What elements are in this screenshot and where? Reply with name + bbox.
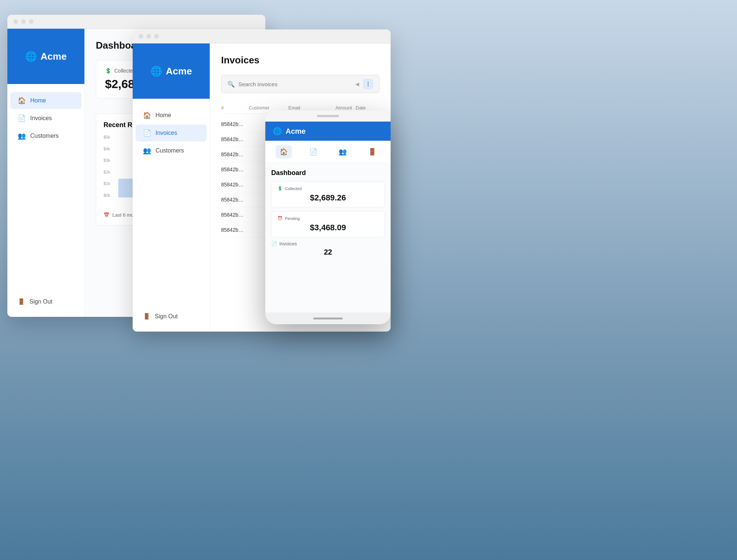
sidebar-nav: 🏠 Home 📄 Invoices 👥 Customers bbox=[7, 84, 84, 294]
home-icon-2: 🏠 bbox=[143, 111, 151, 119]
mobile-nav-signout[interactable]: 🚪 bbox=[364, 145, 380, 158]
row-id: 85842ba0... bbox=[221, 167, 245, 172]
invoices-icon: 📄 bbox=[18, 114, 26, 122]
close-button[interactable] bbox=[13, 19, 18, 24]
mobile-globe-icon: 🌐 bbox=[273, 127, 282, 136]
row-id: 85842ba0... bbox=[221, 182, 245, 188]
app-name-2: Acme bbox=[166, 66, 192, 77]
customers-icon: 👥 bbox=[18, 132, 26, 140]
invoices-sidebar-invoices[interactable]: 📄 Invoices bbox=[136, 125, 207, 141]
sidebar-item-customers[interactable]: 👥 Customers bbox=[10, 127, 81, 144]
signout-icon: 🚪 bbox=[18, 298, 25, 305]
row-id: 85842ba0... bbox=[221, 121, 245, 127]
col-customer: Customer bbox=[249, 105, 285, 111]
col-email: Email bbox=[289, 105, 325, 111]
invoices-sidebar: 🌐 Acme 🏠 Home 📄 Invoices 👥 Customers � bbox=[133, 43, 210, 332]
row-id: 85842ba0... bbox=[221, 136, 245, 142]
maximize-button[interactable] bbox=[29, 19, 34, 24]
mobile-collected-value: $2,689.26 bbox=[277, 193, 378, 203]
mobile-bottom-bar bbox=[265, 312, 391, 324]
minimize-button[interactable] bbox=[21, 19, 26, 24]
app-name: Acme bbox=[41, 51, 67, 62]
globe-icon: 🌐 bbox=[25, 51, 37, 62]
mobile-window: 🌐 Acme 🏠 📄 👥 🚪 Dashboard 💲 Collected $2,… bbox=[265, 111, 391, 324]
invoices-title: Invoices bbox=[221, 55, 380, 66]
mobile-collected-card: 💲 Collected $2,689.26 bbox=[271, 181, 385, 207]
home-icon: 🏠 bbox=[18, 97, 26, 105]
mobile-titlebar bbox=[265, 111, 391, 122]
mobile-nav-customers[interactable]: 👥 bbox=[335, 145, 351, 158]
mobile-home-indicator bbox=[313, 318, 343, 319]
mobile-app-name: Acme bbox=[286, 127, 305, 136]
mobile-nav-home[interactable]: 🏠 bbox=[276, 145, 292, 158]
signout-button[interactable]: 🚪 Sign Out bbox=[10, 294, 81, 309]
mobile-nav: 🏠 📄 👥 🚪 bbox=[265, 141, 391, 163]
mobile-pill bbox=[317, 115, 339, 117]
row-id: 85842ba0... bbox=[221, 227, 245, 233]
row-id: 85842ba0... bbox=[221, 197, 245, 203]
mobile-invoices-label: 📄 Invoices bbox=[271, 241, 385, 246]
search-icon: 🔍 bbox=[227, 81, 235, 88]
calendar-icon: 📅 bbox=[104, 212, 109, 218]
invoices-sidebar-customers[interactable]: 👥 Customers bbox=[136, 142, 207, 159]
invoices-signout-button[interactable]: 🚪 Sign Out bbox=[136, 308, 207, 324]
invoices-sidebar-customers-label: Customers bbox=[156, 147, 184, 154]
close-button-2[interactable] bbox=[139, 34, 143, 39]
row-id: 85842ba0... bbox=[221, 212, 245, 218]
minimize-button-2[interactable] bbox=[146, 34, 151, 39]
sidebar-item-home-label: Home bbox=[30, 97, 46, 104]
globe-icon-2: 🌐 bbox=[150, 66, 162, 77]
mobile-pending-card: ⏰ Pending $3,468.09 bbox=[271, 211, 385, 237]
mobile-dollar-icon: 💲 bbox=[277, 186, 283, 191]
search-right-icon: ◀ bbox=[355, 81, 359, 87]
sidebar-item-invoices-label: Invoices bbox=[30, 115, 52, 122]
customers-icon-2: 👥 bbox=[143, 147, 151, 155]
col-number: # bbox=[221, 105, 245, 111]
y-axis-labels: $5k $4k $3k $2k $1k $0k bbox=[104, 135, 110, 197]
sidebar-item-customers-label: Customers bbox=[30, 133, 59, 139]
search-input[interactable] bbox=[238, 81, 352, 87]
invoices-sidebar-home-label: Home bbox=[156, 112, 171, 119]
mobile-dashboard-title: Dashboard bbox=[271, 169, 385, 177]
mobile-invoices-icon: 📄 bbox=[271, 241, 277, 246]
invoices-sidebar-home[interactable]: 🏠 Home bbox=[136, 107, 207, 124]
invoices-sidebar-logo: 🌐 Acme bbox=[133, 43, 210, 99]
sidebar-logo: 🌐 Acme bbox=[7, 29, 84, 84]
mobile-pending-label: ⏰ Pending bbox=[277, 216, 378, 221]
mobile-nav-invoices[interactable]: 📄 bbox=[305, 145, 321, 158]
signout-label: Sign Out bbox=[29, 298, 52, 305]
mobile-collected-label: 💲 Collected bbox=[277, 186, 378, 191]
col-amount: Amount bbox=[328, 105, 352, 111]
maximize-button-2[interactable] bbox=[154, 34, 159, 39]
invoices-icon-2: 📄 bbox=[143, 129, 151, 137]
row-id: 85842ba0... bbox=[221, 151, 245, 157]
window-titlebar bbox=[7, 15, 265, 29]
filter-icon[interactable]: ⋮ bbox=[363, 79, 373, 89]
mobile-content: Dashboard 💲 Collected $2,689.26 ⏰ Pendin… bbox=[265, 163, 391, 312]
mobile-pending-value: $3,468.09 bbox=[277, 223, 378, 232]
main-sidebar: 🌐 Acme 🏠 Home 📄 Invoices 👥 Customers � bbox=[7, 29, 85, 317]
dollar-circle-icon: 💲 bbox=[105, 68, 111, 74]
search-bar[interactable]: 🔍 ◀ ⋮ bbox=[221, 75, 380, 93]
col-date: Date bbox=[356, 105, 380, 111]
mobile-invoices-count: 22 bbox=[271, 248, 385, 256]
mobile-header: 🌐 Acme bbox=[265, 122, 391, 141]
sidebar-item-home[interactable]: 🏠 Home bbox=[10, 92, 81, 109]
sidebar-item-invoices[interactable]: 📄 Invoices bbox=[10, 110, 81, 127]
invoices-signout-label: Sign Out bbox=[155, 313, 178, 320]
invoices-sidebar-invoices-label: Invoices bbox=[156, 130, 177, 136]
invoices-titlebar bbox=[133, 29, 391, 43]
invoices-sidebar-nav: 🏠 Home 📄 Invoices 👥 Customers bbox=[133, 99, 210, 308]
signout-icon-2: 🚪 bbox=[143, 313, 150, 320]
mobile-clock-icon: ⏰ bbox=[277, 216, 283, 221]
